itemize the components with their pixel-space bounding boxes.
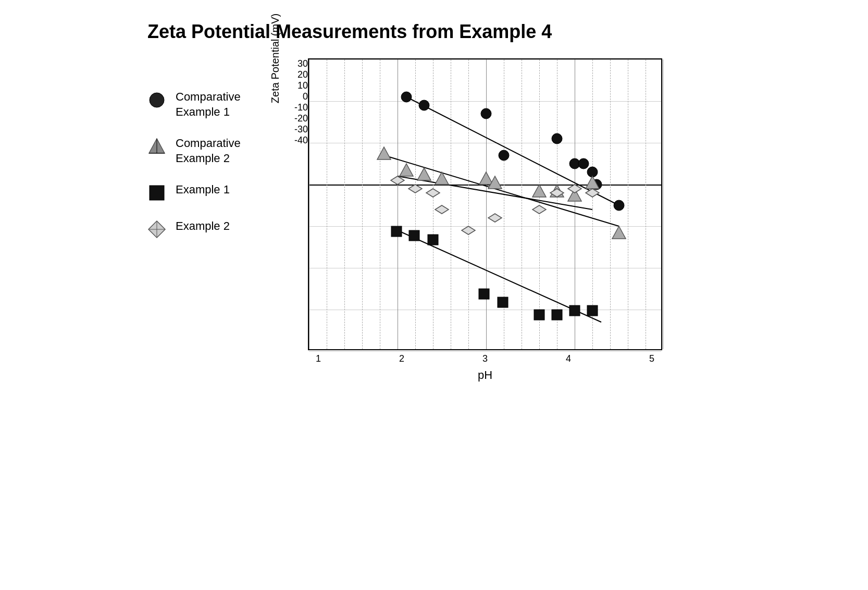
y-axis-label: Zeta Potential (mV) <box>269 14 281 103</box>
y-tick-30: 30 <box>297 58 308 69</box>
legend-symbol-comp2 <box>147 137 166 156</box>
y-tick-n30: -30 <box>294 124 308 135</box>
legend-label-comp2: ComparativeExample 2 <box>176 136 241 166</box>
svg-point-0 <box>150 93 164 107</box>
point-ex1 <box>498 297 508 308</box>
plot-svg <box>309 59 661 349</box>
x-axis-ticks: 1 2 3 4 5 <box>308 350 662 364</box>
y-axis-ticks: 30 20 10 0 -10 -20 -30 -40 <box>283 58 308 147</box>
legend-item-ex1: Example 1 <box>147 182 267 202</box>
x-tick-1: 1 <box>308 353 329 364</box>
point-comp1 <box>578 158 589 169</box>
hgrid-n40 <box>309 351 661 352</box>
legend-item-comp2: ComparativeExample 2 <box>147 136 267 166</box>
point-ex1 <box>569 305 580 316</box>
point-ex2 <box>435 205 449 214</box>
point-comp1 <box>419 100 429 110</box>
y-tick-10: 10 <box>297 80 308 91</box>
point-ex2 <box>408 185 422 193</box>
legend-label-ex2: Example 2 <box>176 219 230 234</box>
point-comp1 <box>401 92 412 102</box>
point-comp1 <box>614 200 624 211</box>
point-ex1 <box>428 235 438 245</box>
point-comp2 <box>400 164 413 176</box>
y-tick-n40: -40 <box>294 135 308 146</box>
point-ex2 <box>488 214 502 222</box>
y-tick-n10: -10 <box>294 102 308 113</box>
graph-with-yaxis: Zeta Potential (mV) 30 20 10 0 -10 -20 -… <box>267 58 721 382</box>
point-comp1 <box>552 133 562 144</box>
point-ex1 <box>587 305 598 316</box>
point-ex2 <box>426 189 440 197</box>
y-tick-0: 0 <box>303 91 308 102</box>
point-ex2 <box>462 226 475 235</box>
legend-symbol-comp1 <box>147 91 166 109</box>
chart-container: Zeta Potential Measurements from Example… <box>147 21 721 382</box>
chart-body: ComparativeExample 1 ComparativeExample … <box>147 58 721 382</box>
trend-comp1 <box>406 97 619 205</box>
x-tick-5: 5 <box>641 353 662 364</box>
point-ex1 <box>479 289 489 299</box>
legend-symbol-ex2 <box>147 220 166 239</box>
plot-and-xaxis: 1 2 3 4 5 pH <box>308 58 662 382</box>
legend-symbol-ex1 <box>147 183 166 202</box>
point-comp2 <box>377 147 391 159</box>
x-axis-label: pH <box>308 368 662 382</box>
legend: ComparativeExample 1 ComparativeExample … <box>147 58 267 255</box>
x-tick-4: 4 <box>558 353 579 364</box>
chart-title: Zeta Potential Measurements from Example… <box>147 21 721 43</box>
point-comp1 <box>481 108 491 119</box>
point-ex1 <box>552 310 562 320</box>
plot-area <box>308 58 662 350</box>
point-comp2 <box>612 226 626 239</box>
vgrid-5 <box>663 59 663 349</box>
x-tick-3: 3 <box>475 353 495 364</box>
point-comp2 <box>417 168 431 180</box>
y-tick-20: 20 <box>297 69 308 80</box>
legend-item-ex2: Example 2 <box>147 219 267 239</box>
legend-label-ex1: Example 1 <box>176 182 230 198</box>
svg-rect-4 <box>150 186 164 200</box>
point-comp2 <box>479 172 493 185</box>
point-comp2 <box>532 185 546 197</box>
point-ex2 <box>532 205 546 214</box>
y-tick-n20: -20 <box>294 113 308 124</box>
legend-label-comp1: ComparativeExample 1 <box>176 90 241 119</box>
point-ex1 <box>409 230 419 241</box>
legend-item-comp1: ComparativeExample 1 <box>147 90 267 119</box>
point-ex1 <box>534 310 544 320</box>
graph-area: Zeta Potential (mV) 30 20 10 0 -10 -20 -… <box>267 58 721 382</box>
point-ex1 <box>391 226 402 237</box>
point-comp1 <box>499 150 509 161</box>
x-tick-2: 2 <box>391 353 412 364</box>
